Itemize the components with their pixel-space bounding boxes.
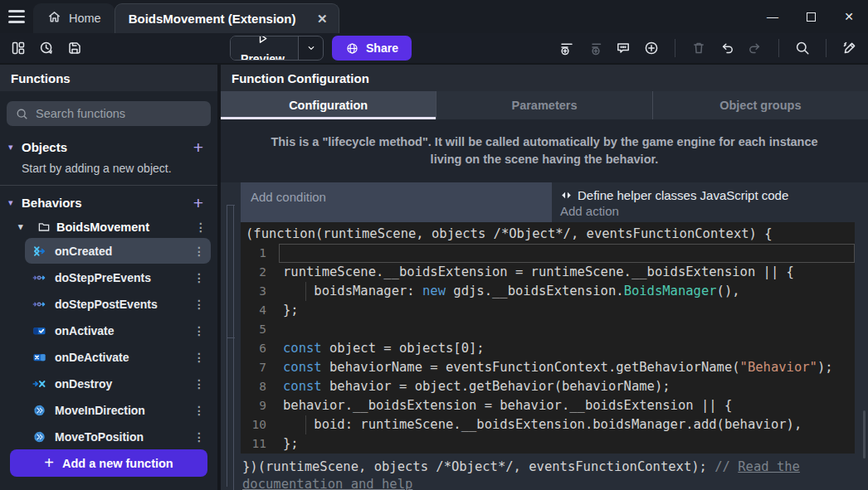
tab-parameters[interactable]: Parameters: [436, 91, 651, 119]
line-content: };: [279, 301, 855, 320]
section-objects[interactable]: ▾ Objects +: [0, 134, 217, 159]
sidebar-item-ondestroy[interactable]: onDestroy⋮: [25, 371, 211, 396]
function-label: onActivate: [55, 324, 115, 337]
destroy-icon: [32, 377, 47, 391]
js-code-editor[interactable]: (function(runtimeScene, objects /*Object…: [241, 222, 855, 454]
js-event-title[interactable]: Define helper classes JavaScript code: [560, 186, 855, 204]
folder-label: BoidsMovement: [56, 221, 149, 234]
item-menu-button[interactable]: ⋮: [191, 324, 207, 337]
behavior-folder-boidsmovement[interactable]: ▾ BoidsMovement ⋮: [0, 216, 217, 238]
code-line-8[interactable]: 8const behavior = object.getBehavior(beh…: [241, 377, 855, 396]
objects-section-label: Objects: [22, 140, 67, 154]
editor-scrollbar[interactable]: [863, 410, 866, 458]
code-icon: [560, 190, 573, 201]
project-manager-icon[interactable]: [7, 36, 30, 60]
item-menu-button[interactable]: ⋮: [191, 430, 207, 444]
item-menu-button[interactable]: ⋮: [191, 271, 207, 284]
collapse-arrow-icon[interactable]: ▾: [8, 142, 22, 153]
code-line-10[interactable]: 10 boid: runtimeScene.__boidsExtension.b…: [241, 415, 855, 434]
code-line-1[interactable]: 1: [241, 244, 855, 263]
preview-options-dropdown[interactable]: [298, 36, 323, 60]
line-content: runtimeScene.__boidsExtension = runtimeS…: [279, 263, 855, 282]
search-functions-input[interactable]: [36, 107, 202, 120]
window-maximize-button[interactable]: [792, 2, 830, 31]
collapse-arrow-icon[interactable]: ▾: [8, 197, 22, 208]
add-behavior-button[interactable]: +: [188, 193, 209, 213]
add-object-button[interactable]: +: [188, 138, 209, 158]
line-content: [279, 320, 855, 339]
share-button[interactable]: Share: [332, 36, 412, 61]
code-line-7[interactable]: 7const behaviorName = eventsFunctionCont…: [241, 358, 855, 377]
line-number: 4: [241, 301, 279, 320]
sidebar-item-moveindirection[interactable]: MoveInDirection⋮: [25, 397, 211, 423]
line-content: behavior.__boidsExtension = behavior.__b…: [279, 396, 855, 415]
trash-icon[interactable]: [687, 36, 710, 60]
function-label: MoveToPosition: [55, 430, 144, 444]
sidebar-item-ondeactivate[interactable]: onDeActivate⋮: [25, 344, 211, 370]
window-close-button[interactable]: ✕: [830, 2, 868, 31]
code-line-6[interactable]: 6const object = objects[0];: [241, 339, 855, 358]
main-menu-button[interactable]: [0, 0, 33, 33]
search-functions-box[interactable]: [7, 101, 211, 126]
line-number: 3: [241, 282, 279, 301]
code-line-3[interactable]: 3 boidsManager: new gdjs.__boidsExtensio…: [241, 282, 855, 301]
redo-icon[interactable]: [744, 36, 767, 60]
comment-prefix: //: [714, 459, 738, 474]
item-menu-button[interactable]: ⋮: [191, 245, 207, 258]
globe-icon: [345, 41, 359, 56]
preview-button[interactable]: Preview: [231, 36, 298, 61]
function-list: onCreated⋮doStepPreEvents⋮doStepPostEven…: [0, 238, 217, 449]
item-menu-button[interactable]: ⋮: [191, 298, 207, 311]
folder-icon: [37, 221, 51, 233]
titlebar: Home BoidsMovement (Extension) ✕ — ✕: [0, 0, 868, 33]
search-icon: [15, 107, 29, 121]
code-wrapper-footer: })(runtimeScene, objects /*Object*/, eve…: [241, 454, 855, 490]
maximize-icon: [807, 12, 816, 22]
add-sub-event-icon[interactable]: [583, 36, 607, 60]
toolbar: Preview Share: [0, 33, 868, 63]
window-minimize-button[interactable]: —: [753, 2, 792, 31]
sidebar-item-dosteppreevents[interactable]: doStepPreEvents⋮: [25, 264, 211, 290]
save-icon[interactable]: [63, 36, 86, 60]
gear-icon: [32, 404, 47, 417]
tab-object-groups[interactable]: Object groups: [652, 91, 868, 119]
item-menu-button[interactable]: ⋮: [191, 377, 207, 391]
window-controls: — ✕: [753, 2, 868, 31]
close-tab-icon[interactable]: ✕: [314, 11, 330, 27]
code-line-5[interactable]: 5: [241, 320, 855, 339]
functions-sidebar: Functions ▾ Objects + Start by adding a …: [0, 65, 217, 490]
sidebar-item-dosteppostevents[interactable]: doStepPostEvents⋮: [25, 291, 211, 317]
undo-icon[interactable]: [715, 36, 739, 60]
sidebar-item-oncreated[interactable]: onCreated⋮: [25, 238, 211, 264]
line-content: };: [279, 434, 855, 454]
tab-home[interactable]: Home: [33, 3, 115, 33]
add-function-button[interactable]: + Add a new function: [10, 449, 207, 477]
add-circle-icon[interactable]: [640, 36, 663, 60]
sidebar-item-onactivate[interactable]: onActivate⋮: [25, 318, 211, 343]
collapse-arrow-icon[interactable]: ▾: [18, 221, 32, 232]
search-icon[interactable]: [791, 36, 814, 60]
main-panel-title: Function Configuration: [221, 65, 868, 91]
item-menu-button[interactable]: ⋮: [191, 404, 207, 417]
tab-configuration[interactable]: Configuration: [221, 91, 436, 119]
tab-boidsmovement-extension[interactable]: BoidsMovement (Extension) ✕: [115, 3, 340, 33]
item-menu-button[interactable]: ⋮: [191, 351, 207, 364]
code-line-11[interactable]: 11};: [241, 434, 855, 454]
history-icon[interactable]: [35, 36, 58, 60]
add-function-label: Add a new function: [62, 457, 173, 470]
add-event-icon[interactable]: [555, 36, 578, 60]
js-event-title-label: Define helper classes JavaScript code: [578, 188, 788, 202]
tab-active-label: BoidsMovement (Extension): [129, 12, 296, 26]
code-line-9[interactable]: 9behavior.__boidsExtension = behavior.__…: [241, 396, 855, 415]
folder-menu-button[interactable]: ⋮: [193, 221, 209, 234]
code-line-2[interactable]: 2runtimeScene.__boidsExtension = runtime…: [241, 263, 855, 282]
configuration-tabs: ConfigurationParametersObject groups: [221, 91, 868, 119]
section-behaviors[interactable]: ▾ Behaviors +: [0, 191, 217, 216]
line-number: 2: [241, 263, 279, 282]
edit-extension-icon[interactable]: [838, 36, 861, 60]
comment-icon[interactable]: [612, 36, 635, 60]
code-line-4[interactable]: 4};: [241, 301, 855, 320]
add-condition-button[interactable]: Add condition: [241, 182, 552, 222]
add-action-button[interactable]: Add action: [560, 204, 855, 222]
sidebar-item-movetoposition[interactable]: MoveToPosition⋮: [25, 424, 211, 449]
